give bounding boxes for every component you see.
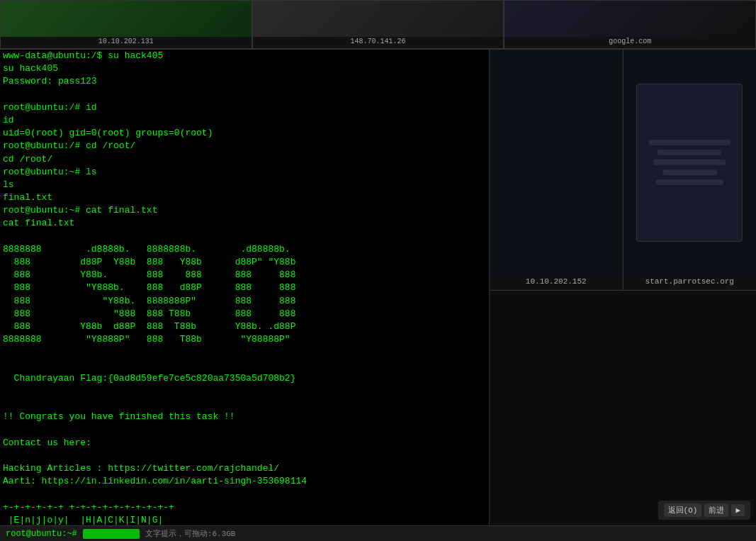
- forward-button[interactable]: 前进: [704, 503, 728, 517]
- controls-bar: 返回(O) 前进 ▶: [658, 501, 750, 520]
- thumbnail-1-label: 10.10.202.131: [98, 38, 154, 45]
- right-cell-1-label: 10.10.202.152: [526, 277, 587, 286]
- status-prompt: root@ubuntu:~#: [6, 529, 77, 539]
- right-cell-parrot[interactable]: start.parrotsec.org: [624, 50, 757, 290]
- thumbnail-3[interactable]: google.com: [504, 0, 756, 49]
- back-button[interactable]: 返回(O): [664, 503, 702, 517]
- status-text: 文字提示，可拖动:6.3GB: [145, 528, 236, 539]
- right-cell-1[interactable]: 10.10.202.152: [490, 50, 624, 290]
- thumbnail-1[interactable]: 10.10.202.131: [0, 0, 252, 49]
- parrot-label: start.parrotsec.org: [645, 277, 734, 286]
- status-indicator: [83, 529, 140, 539]
- status-bar: root@ubuntu:~# 文字提示，可拖动:6.3GB: [0, 525, 756, 541]
- thumbnail-3-label: google.com: [609, 38, 651, 45]
- thumbnail-2-label: 148.70.141.26: [351, 38, 406, 45]
- play-button[interactable]: ▶: [731, 504, 745, 516]
- right-panel: 10.10.202.152 start.parrotsec.org: [489, 50, 756, 525]
- right-panel-bottom: 返回(O) 前进 ▶: [490, 291, 756, 525]
- terminal-content: www-data@ubuntu:/$ su hack405 su hack405…: [3, 50, 486, 525]
- main-area: www-data@ubuntu:/$ su hack405 su hack405…: [0, 50, 756, 525]
- thumbnail-2[interactable]: 148.70.141.26: [252, 0, 504, 49]
- terminal[interactable]: www-data@ubuntu:/$ su hack405 su hack405…: [0, 50, 489, 525]
- browser-thumbnails: 10.10.202.131 148.70.141.26 google.com: [0, 0, 756, 50]
- right-panel-top: 10.10.202.152 start.parrotsec.org: [490, 50, 756, 291]
